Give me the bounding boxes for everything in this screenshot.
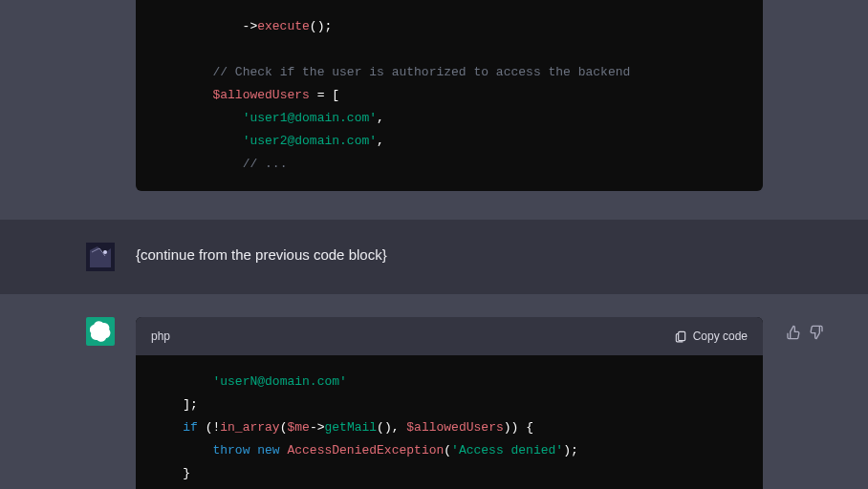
code-var: $allowedUsers (406, 420, 503, 435)
code-header: php Copy code (136, 317, 763, 355)
code-func: in_array (220, 420, 279, 435)
assistant-avatar (86, 317, 115, 346)
thumbs-up-icon[interactable] (786, 325, 801, 340)
code-string: 'user1@domain.com' (243, 111, 377, 125)
svg-rect-2 (678, 331, 684, 340)
code-text: } (183, 466, 190, 480)
code-block-2: php Copy code 'userN@domain.com' ]; if (… (136, 317, 763, 489)
code-pre-2: 'userN@domain.com' ]; if (!in_array($me-… (136, 355, 763, 489)
feedback-buttons (786, 325, 824, 340)
code-comment: // ... (243, 157, 288, 171)
code-block-1: ->execute(); // Check if the user is aut… (136, 0, 763, 191)
assistant-body-1: ->execute(); // Check if the user is aut… (136, 0, 868, 191)
code-string: 'Access denied' (451, 443, 563, 457)
code-text: ]; (183, 397, 198, 412)
svg-point-1 (103, 250, 107, 254)
code-text: , (377, 134, 384, 148)
code-string: 'userN@domain.com' (212, 374, 346, 389)
code-text: )) { (504, 420, 533, 435)
code-text: , (377, 111, 384, 125)
code-text: (); (310, 19, 332, 33)
code-keyword: new (250, 443, 279, 457)
code-comment: // Check if the user is authorized to ac… (212, 65, 630, 79)
code-text: -> (310, 420, 325, 435)
code-method: getMail (324, 420, 377, 435)
copy-code-button[interactable]: Copy code (674, 330, 748, 343)
assistant-message-2: php Copy code 'userN@domain.com' ]; if (… (0, 294, 868, 489)
code-text: = [ (310, 88, 339, 102)
user-body: {continue from the previous code block} (136, 243, 868, 271)
code-text: (! (198, 420, 220, 435)
clipboard-icon (674, 330, 687, 343)
code-text: (), (377, 420, 406, 435)
user-avatar (86, 243, 115, 271)
code-string: 'user2@domain.com' (243, 134, 377, 148)
code-lang-label: php (151, 330, 170, 343)
code-var: $allowedUsers (212, 88, 309, 102)
thumbs-down-icon[interactable] (809, 325, 824, 340)
code-keyword: if (183, 420, 198, 435)
user-message-row: {continue from the previous code block} (0, 220, 868, 294)
code-text: ); (563, 443, 578, 457)
copy-code-label: Copy code (693, 330, 748, 343)
code-var: $me (287, 420, 309, 435)
code-class: AccessDeniedException (280, 443, 445, 457)
code-pre-1: ->execute(); // Check if the user is aut… (136, 0, 763, 191)
user-text: {continue from the previous code block} (136, 243, 868, 263)
code-keyword: throw (212, 443, 250, 457)
assistant-body-2: php Copy code 'userN@domain.com' ]; if (… (136, 317, 868, 489)
assistant-message-1: ->execute(); // Check if the user is aut… (0, 0, 868, 220)
code-text: ( (444, 443, 451, 457)
